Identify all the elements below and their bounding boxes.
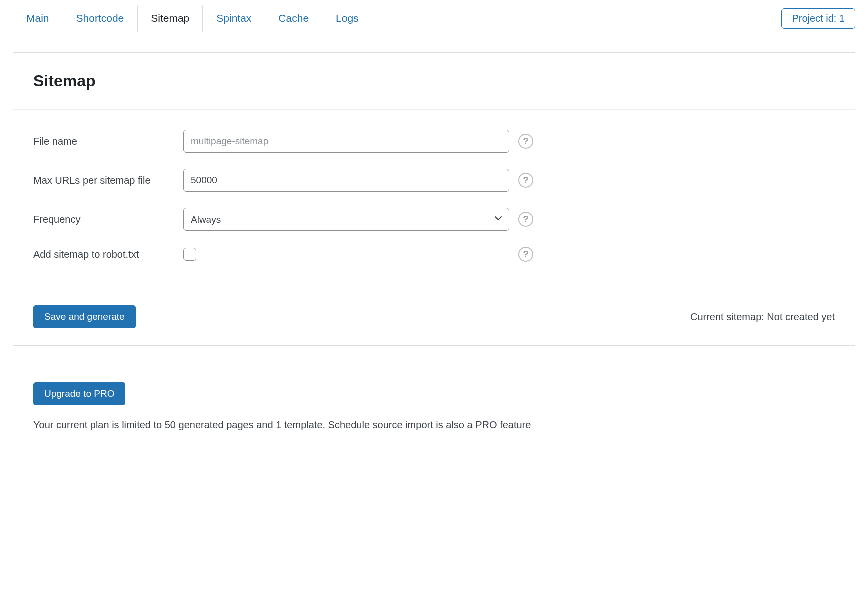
tab-logs[interactable]: Logs (322, 5, 372, 32)
max-urls-input[interactable] (183, 169, 509, 192)
tab-spintax[interactable]: Spintax (203, 5, 265, 32)
row-max-urls: Max URLs per sitemap file ? (33, 161, 835, 200)
robot-txt-label: Add sitemap to robot.txt (33, 249, 183, 260)
project-id-badge: Project id: 1 (781, 8, 855, 29)
tab-sitemap[interactable]: Sitemap (137, 5, 203, 32)
help-icon[interactable]: ? (518, 134, 533, 149)
help-icon[interactable]: ? (518, 212, 533, 227)
row-file-name: File name ? (33, 122, 835, 161)
row-robot-txt: Add sitemap to robot.txt ? (33, 239, 835, 270)
file-name-input[interactable] (183, 130, 509, 153)
tab-cache[interactable]: Cache (265, 5, 322, 32)
robot-txt-checkbox[interactable] (183, 248, 196, 261)
file-name-label: File name (33, 136, 183, 147)
panel-title: Sitemap (33, 72, 835, 90)
row-frequency: Frequency Always ? (33, 200, 835, 239)
sitemap-panel: Sitemap File name ? Max URLs per sitemap… (13, 52, 855, 346)
help-icon[interactable]: ? (518, 173, 533, 188)
panel-body: File name ? Max URLs per sitemap file ? … (13, 109, 855, 288)
tab-shortcode[interactable]: Shortcode (63, 5, 138, 32)
upgrade-pro-button[interactable]: Upgrade to PRO (33, 382, 125, 405)
max-urls-label: Max URLs per sitemap file (33, 175, 183, 186)
upgrade-description: Your current plan is limited to 50 gener… (33, 419, 835, 431)
panel-footer: Save and generate Current sitemap: Not c… (13, 288, 855, 345)
help-icon[interactable]: ? (518, 247, 533, 262)
upgrade-panel: Upgrade to PRO Your current plan is limi… (13, 364, 855, 454)
panel-header: Sitemap (13, 53, 855, 109)
tab-main[interactable]: Main (13, 5, 63, 32)
sitemap-status: Current sitemap: Not created yet (690, 311, 835, 323)
tab-bar: Main Shortcode Sitemap Spintax Cache Log… (13, 5, 855, 32)
frequency-select[interactable]: Always (183, 208, 509, 231)
save-generate-button[interactable]: Save and generate (33, 305, 136, 328)
frequency-label: Frequency (33, 214, 183, 225)
